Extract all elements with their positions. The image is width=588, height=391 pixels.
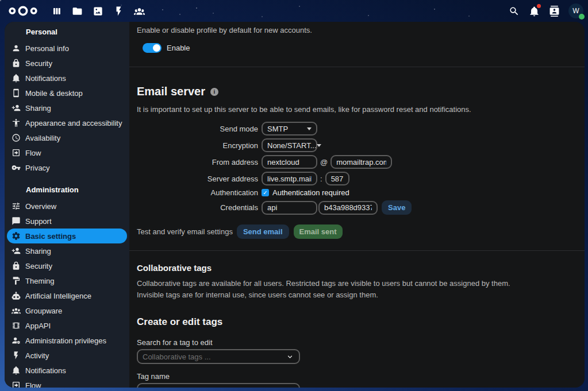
message-icon (11, 216, 21, 226)
collaborative-tags-description: Collaborative tags are available for all… (137, 278, 521, 301)
settings-main: Enable or disable profile by default for… (129, 22, 585, 388)
top-bar: W (0, 0, 588, 22)
sidebar-item-flow-personal[interactable]: Flow (7, 145, 127, 160)
settings-card: Personal Personal info Security Notifica… (5, 22, 585, 388)
sidebar-item-sharing-personal[interactable]: Sharing (7, 100, 127, 115)
search-tag-label: Search for a tag to edit (137, 338, 575, 347)
sidebar-item-appearance[interactable]: Appearance and accessibility (7, 115, 127, 130)
test-email-label: Test and verify email settings (137, 227, 233, 236)
account-group-icon (11, 306, 21, 315)
lock-icon (11, 59, 21, 68)
server-host-input[interactable] (262, 172, 317, 185)
sidebar-item-theming[interactable]: Theming (7, 273, 127, 288)
account-icon (11, 44, 21, 53)
notification-unread-dot (537, 4, 541, 8)
profile-enable-toggle[interactable] (143, 43, 162, 53)
paint-roller-icon (11, 276, 21, 285)
credentials-secret-input[interactable] (318, 201, 378, 215)
sidebar-item-flow-admin[interactable]: Flow (7, 378, 127, 388)
authentication-label: Authentication (137, 188, 262, 197)
flow-icon (11, 381, 21, 388)
sidebar-item-sharing-admin[interactable]: Sharing (7, 243, 127, 258)
lock-icon (11, 261, 21, 270)
user-avatar[interactable]: W (568, 3, 583, 18)
chevron-down-icon (286, 353, 294, 361)
section-divider (129, 67, 585, 67)
sidebar-section-personal: Personal (26, 28, 129, 37)
gear-icon (11, 231, 21, 241)
save-button[interactable]: Save (382, 200, 412, 215)
sidebar-item-notifications-admin[interactable]: Notifications (7, 363, 127, 378)
collaborative-tags-title: Collaborative tags (137, 263, 575, 273)
sidebar-item-security-personal[interactable]: Security (7, 56, 127, 71)
sidebar-item-support[interactable]: Support (7, 214, 127, 229)
account-cog-icon (11, 336, 21, 345)
cellphone-icon (11, 88, 21, 98)
tune-icon (11, 202, 21, 211)
tag-name-input[interactable] (137, 383, 300, 388)
account-plus-icon (11, 103, 21, 113)
section-divider (129, 250, 585, 251)
info-icon: i (210, 88, 218, 96)
sidebar-item-administration-privileges[interactable]: Administration privileges (7, 333, 127, 348)
email-server-title: Email server i (137, 85, 575, 98)
sidebar-item-appapi[interactable]: AppAPI (7, 318, 127, 333)
sidebar-item-overview[interactable]: Overview (7, 199, 127, 214)
contacts-app-icon[interactable] (133, 5, 145, 17)
sidebar-item-security-admin[interactable]: Security (7, 258, 127, 273)
sidebar-item-basic-settings[interactable]: Basic settings (7, 229, 127, 243)
create-tags-title: Create or edit tags (137, 316, 575, 328)
app-menu (51, 5, 145, 17)
from-address-label: From address (137, 158, 262, 167)
credentials-label: Credentials (137, 203, 262, 212)
key-icon (11, 163, 21, 172)
online-status-dot (579, 14, 585, 20)
sidebar-item-notifications-personal[interactable]: Notifications (7, 71, 127, 86)
server-address-label: Server address (137, 175, 262, 183)
activity-app-icon[interactable] (113, 5, 124, 17)
authentication-required-checkbox[interactable] (262, 189, 269, 196)
email-server-description: It is important to set up this server to… (137, 105, 575, 114)
from-address-user-input[interactable] (262, 155, 317, 169)
sidebar-item-availability[interactable]: Availability (7, 130, 127, 145)
files-app-icon[interactable] (71, 5, 83, 17)
profile-toggle-label: Enable (167, 44, 190, 52)
avatar-initial: W (572, 7, 579, 15)
sidebar-item-personal-info[interactable]: Personal info (7, 41, 127, 56)
encryption-select[interactable]: None/START... (262, 138, 317, 152)
contacts-menu-icon[interactable] (548, 5, 560, 17)
tag-search-select[interactable]: Collaborative tags ... (137, 349, 300, 364)
flow-icon (11, 148, 21, 157)
bell-icon (11, 73, 21, 83)
at-separator: @ (317, 158, 330, 167)
robot-icon (11, 291, 21, 300)
encryption-label: Encryption (137, 141, 262, 150)
server-port-input[interactable] (325, 172, 349, 185)
accessibility-icon (11, 118, 21, 127)
send-mode-select[interactable]: SMTP (262, 122, 317, 136)
sidebar-item-mobile-desktop[interactable]: Mobile & desktop (7, 86, 127, 100)
sidebar-item-groupware[interactable]: Groupware (7, 303, 127, 318)
caret-down-icon (307, 127, 312, 130)
search-icon[interactable] (508, 5, 520, 17)
settings-sidebar: Personal Personal info Security Notifica… (5, 22, 129, 388)
nextcloud-logo-icon[interactable] (8, 5, 38, 17)
bell-icon (11, 366, 21, 375)
chip-icon (11, 321, 21, 330)
sidebar-item-activity[interactable]: Activity (7, 348, 127, 363)
clock-icon (11, 133, 21, 142)
sidebar-section-administration: Administration (26, 185, 129, 195)
sidebar-item-privacy[interactable]: Privacy (7, 160, 127, 175)
profile-description: Enable or disable profile by default for… (137, 26, 575, 34)
credentials-user-input[interactable] (262, 201, 317, 215)
port-separator: : (317, 175, 325, 183)
dashboard-app-icon[interactable] (51, 5, 62, 17)
from-address-domain-input[interactable] (330, 155, 392, 169)
account-plus-icon (11, 246, 21, 255)
notifications-icon[interactable] (528, 5, 540, 17)
toggle-knob (153, 44, 160, 52)
sidebar-item-artificial-intelligence[interactable]: Artificial Intelligence (7, 288, 127, 303)
send-email-button[interactable]: Send email (237, 224, 289, 239)
photos-app-icon[interactable] (92, 5, 103, 17)
tag-search-placeholder: Collaborative tags ... (143, 353, 211, 361)
